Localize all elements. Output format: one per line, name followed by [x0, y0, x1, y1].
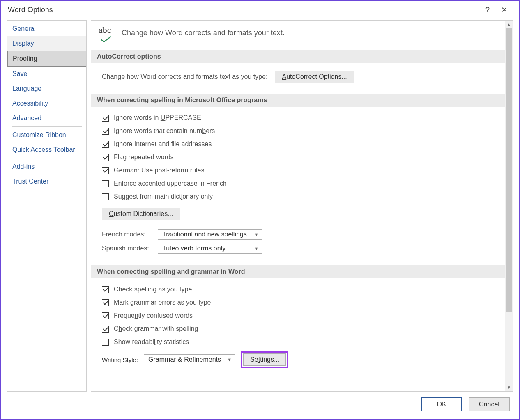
spanish-modes-label: Spanish modes:: [102, 245, 154, 252]
opt-confused-words[interactable]: Frequently confused words: [102, 312, 499, 319]
ok-button[interactable]: OK: [421, 397, 462, 411]
checkbox[interactable]: [102, 312, 109, 319]
opt-ignore-internet[interactable]: Ignore Internet and file addresses: [102, 140, 499, 148]
sidebar-item-general[interactable]: General: [7, 21, 86, 36]
french-modes-label: French modes:: [102, 231, 154, 238]
checkbox-label: Ignore Internet and file addresses: [114, 140, 212, 148]
checkbox-label: Show readability statistics: [114, 338, 189, 346]
section-spelling-header: When correcting spelling in Microsoft Of…: [91, 94, 505, 107]
checkbox-label: Flag repeated words: [114, 154, 174, 161]
checkbox[interactable]: [102, 299, 109, 306]
main-panel: abc Change how Word corrects and formats…: [91, 20, 513, 392]
settings-highlight: Settings...: [241, 351, 288, 368]
sidebar-separator: [12, 126, 82, 127]
checkbox[interactable]: [102, 339, 109, 346]
checkbox[interactable]: [102, 154, 109, 161]
title-bar: Word Options ? ✕: [1, 1, 519, 20]
page-header: abc Change how Word corrects and formats…: [91, 21, 505, 50]
opt-main-dictionary[interactable]: Suggest from main dictionary only: [102, 193, 499, 200]
checkbox[interactable]: [102, 115, 109, 122]
scroll-down-button[interactable]: ▼: [505, 383, 513, 391]
help-button[interactable]: ?: [479, 6, 496, 14]
checkbox-label: Check spelling as you type: [114, 286, 192, 293]
checkbox[interactable]: [102, 286, 109, 293]
grammar-settings-button[interactable]: Settings...: [243, 353, 286, 366]
opt-ignore-numbers[interactable]: Ignore words that contain numbers: [102, 127, 499, 135]
checkbox[interactable]: [102, 180, 109, 187]
sidebar-item-save[interactable]: Save: [7, 67, 86, 81]
scroll-thumb[interactable]: [506, 28, 512, 312]
sidebar-separator: [12, 158, 82, 158]
section-autocorrect-header: AutoCorrect options: [91, 50, 505, 63]
close-button[interactable]: ✕: [496, 5, 512, 14]
sidebar-item-accessibility[interactable]: Accessibility: [7, 96, 86, 111]
opt-check-grammar[interactable]: Check grammar with spelling: [102, 325, 499, 333]
checkbox-label: Ignore words in UPPERCASE: [114, 114, 201, 122]
checkbox-label: Ignore words that contain numbers: [114, 127, 215, 135]
sidebar-item-trust-center[interactable]: Trust Center: [7, 174, 86, 189]
dialog-footer: OK Cancel: [1, 392, 519, 419]
opt-check-spelling[interactable]: Check spelling as you type: [102, 286, 499, 293]
sidebar-item-advanced[interactable]: Advanced: [7, 111, 86, 126]
checkbox-label: Mark grammar errors as you type: [114, 299, 211, 306]
checkbox[interactable]: [102, 326, 109, 333]
opt-readability-stats[interactable]: Show readability statistics: [102, 338, 499, 346]
sidebar-item-display[interactable]: Display: [7, 36, 86, 51]
chevron-down-icon: ▼: [227, 357, 232, 362]
cancel-button[interactable]: Cancel: [469, 397, 510, 411]
checkbox-label: Check grammar with spelling: [114, 325, 198, 333]
custom-dictionaries-button[interactable]: Custom Dictionaries...: [102, 208, 180, 220]
vertical-scrollbar[interactable]: ▲ ▼: [505, 21, 513, 391]
scroll-up-button[interactable]: ▲: [505, 21, 513, 28]
word-options-dialog: Word Options ? ✕ General Display Proofin…: [0, 0, 520, 420]
scroll-track[interactable]: [505, 28, 513, 383]
writing-style-combo[interactable]: Grammar & Refinements ▼: [144, 354, 235, 365]
autocorrect-options-button[interactable]: AutoCorrect Options...: [275, 71, 354, 83]
sidebar-item-language[interactable]: Language: [7, 81, 86, 96]
sidebar-item-proofing[interactable]: Proofing: [7, 51, 86, 67]
opt-mark-grammar[interactable]: Mark grammar errors as you type: [102, 299, 499, 306]
chevron-down-icon: ▼: [254, 246, 259, 251]
proofing-icon: abc: [99, 25, 115, 41]
writing-style-label: Writing Style:: [102, 356, 138, 363]
checkbox[interactable]: [102, 141, 109, 148]
checkbox[interactable]: [102, 128, 109, 135]
checkbox-label: Suggest from main dictionary only: [114, 193, 213, 200]
spanish-modes-combo[interactable]: Tuteo verb forms only ▼: [158, 243, 262, 254]
french-modes-combo[interactable]: Traditional and new spellings ▼: [158, 229, 262, 240]
dialog-title: Word Options: [8, 6, 53, 14]
sidebar-item-add-ins[interactable]: Add-ins: [7, 159, 86, 174]
page-subtitle: Change how Word corrects and formats you…: [122, 29, 285, 37]
opt-german-postreform[interactable]: German: Use post-reform rules: [102, 167, 499, 174]
opt-ignore-uppercase[interactable]: Ignore words in UPPERCASE: [102, 114, 499, 122]
category-sidebar: General Display Proofing Save Language A…: [7, 20, 87, 392]
autocorrect-prompt: Change how Word corrects and formats tex…: [102, 73, 267, 80]
section-grammar-header: When correcting spelling and grammar in …: [91, 265, 505, 278]
opt-flag-repeated[interactable]: Flag repeated words: [102, 154, 499, 161]
sidebar-item-quick-access-toolbar[interactable]: Quick Access Toolbar: [7, 142, 86, 157]
sidebar-item-customize-ribbon[interactable]: Customize Ribbon: [7, 128, 86, 142]
chevron-down-icon: ▼: [254, 232, 259, 237]
checkbox[interactable]: [102, 193, 109, 200]
checkbox-label: German: Use post-reform rules: [114, 167, 205, 174]
checkbox[interactable]: [102, 167, 109, 174]
checkbox-label: Enforce accented uppercase in French: [114, 180, 227, 187]
checkbox-label: Frequently confused words: [114, 312, 193, 319]
opt-french-accented[interactable]: Enforce accented uppercase in French: [102, 180, 499, 187]
